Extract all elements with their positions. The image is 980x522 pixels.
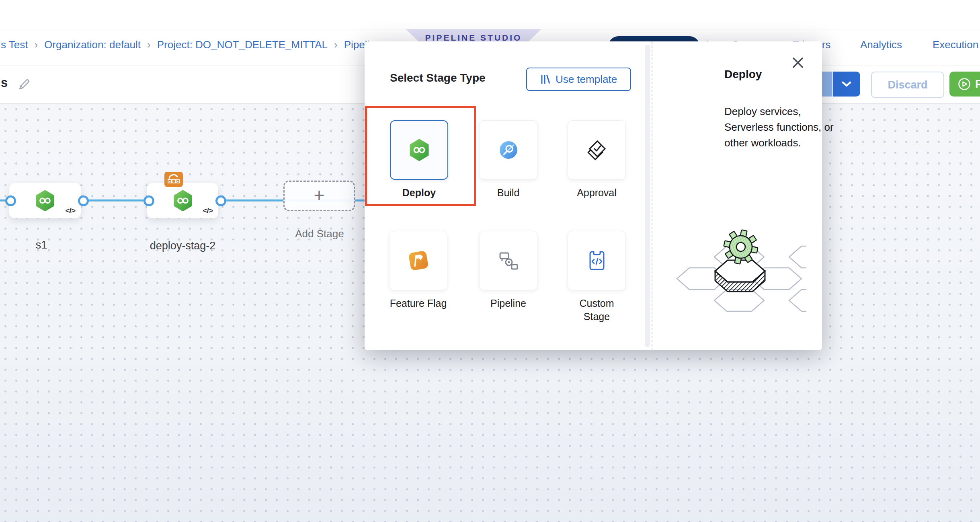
- modal-title: Select Stage Type: [390, 72, 486, 84]
- rolling-deployment-badge-icon: [164, 172, 183, 187]
- pipeline-name: s: [1, 76, 8, 90]
- connector-dot[interactable]: [5, 195, 16, 206]
- stage-card-build[interactable]: [479, 120, 537, 180]
- stage-label-deploy-stag-2: deploy-stag-2: [141, 240, 224, 252]
- selected-stage-highlight: [365, 106, 476, 206]
- use-template-label: Use template: [556, 73, 617, 86]
- run-button-label: Run: [975, 78, 980, 90]
- connector-dot[interactable]: [78, 195, 89, 206]
- top-strip: [0, 0, 980, 29]
- yaml-code-icon[interactable]: </>: [66, 206, 75, 215]
- stage-node-s1[interactable]: </>: [9, 183, 81, 218]
- deploy-illustration: [674, 218, 806, 318]
- stage-type-label: Build: [479, 186, 537, 199]
- stage-detail-pane: Deploy Deploy services, Serverless funct…: [652, 41, 822, 350]
- add-stage-node[interactable]: +: [283, 181, 355, 211]
- stage-type-pipeline[interactable]: Pipeline: [479, 231, 537, 310]
- edit-pencil-icon[interactable]: [17, 77, 31, 92]
- stage-label-s1: s1: [17, 239, 66, 251]
- breadcrumb: s Test › Organization: default › Project…: [1, 39, 381, 51]
- stage-type-label: Custom Stage: [568, 297, 626, 323]
- breadcrumb-item-project[interactable]: Project: DO_NOT_DELETE_MITTAL: [157, 39, 328, 51]
- template-library-icon: [540, 74, 551, 84]
- plus-icon: +: [314, 184, 325, 206]
- add-stage-label: Add Stage: [287, 228, 352, 240]
- cd-hexagon-icon: [35, 190, 55, 211]
- modal-scrollbar[interactable]: [645, 45, 650, 347]
- approval-check-icon: [586, 139, 608, 161]
- connector-dot[interactable]: [144, 195, 154, 206]
- select-stage-type-modal: Select Stage Type Use template Deploy: [365, 41, 822, 350]
- connector-dot[interactable]: [215, 195, 226, 206]
- save-dropdown-button[interactable]: [833, 72, 860, 97]
- yaml-code-icon[interactable]: </>: [203, 206, 213, 215]
- breadcrumb-separator: ›: [34, 39, 38, 51]
- stage-card-custom-stage[interactable]: [568, 231, 626, 290]
- stage-type-label: Approval: [568, 186, 626, 199]
- stage-type-feature-flag[interactable]: Feature Flag: [389, 231, 447, 310]
- pipeline-chain-icon: [498, 251, 519, 271]
- stage-type-approval[interactable]: Approval: [568, 120, 626, 199]
- stage-type-custom-stage[interactable]: Custom Stage: [568, 231, 626, 323]
- tab-analytics[interactable]: Analytics: [860, 39, 902, 51]
- breadcrumb-item-organization[interactable]: Organization: default: [44, 39, 141, 51]
- build-ci-icon: [499, 140, 518, 160]
- stage-detail-description: Deploy services, Serverless functions, o…: [724, 104, 851, 151]
- breadcrumb-separator: ›: [334, 39, 338, 51]
- stage-type-label: Pipeline: [479, 297, 537, 310]
- discard-button[interactable]: Discard: [871, 72, 944, 98]
- stage-type-build[interactable]: Build: [479, 120, 537, 199]
- breadcrumb-separator: ›: [147, 39, 151, 51]
- stage-detail-title: Deploy: [724, 68, 762, 81]
- tab-execution-history[interactable]: Execution History: [933, 39, 980, 51]
- use-template-button[interactable]: Use template: [526, 68, 631, 91]
- close-icon: [791, 56, 804, 69]
- stage-card-approval[interactable]: [568, 120, 626, 180]
- run-button[interactable]: Run: [949, 72, 980, 97]
- stage-node-deploy-stag-2[interactable]: </>: [147, 183, 218, 218]
- cd-hexagon-icon: [173, 190, 193, 211]
- stage-card-pipeline[interactable]: [479, 231, 537, 290]
- custom-stage-icon: [587, 250, 607, 271]
- stage-type-label: Feature Flag: [389, 297, 447, 310]
- chevron-down-icon: [841, 80, 852, 88]
- pipeline-studio-page: s Test › Organization: default › Project…: [0, 0, 980, 522]
- play-circle-icon: [957, 77, 971, 91]
- breadcrumb-item-pipelines[interactable]: s Test: [1, 39, 28, 51]
- close-modal-button[interactable]: [790, 55, 806, 71]
- feature-flag-icon: [408, 250, 429, 271]
- stage-card-feature-flag[interactable]: [389, 231, 447, 290]
